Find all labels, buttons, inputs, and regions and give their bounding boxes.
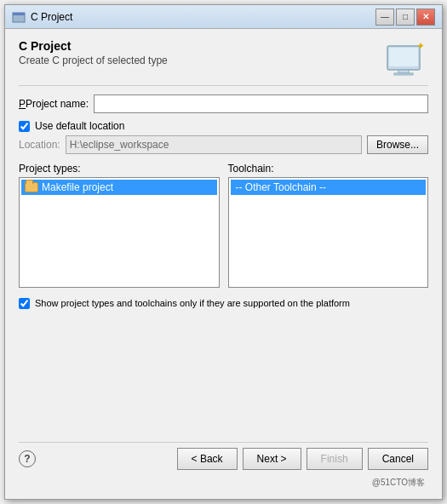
action-buttons: < Back Next > Finish Cancel [177, 448, 428, 470]
back-button[interactable]: < Back [177, 448, 238, 470]
svg-rect-5 [394, 73, 413, 75]
help-button[interactable]: ? [19, 450, 36, 467]
platform-checkbox-row: Show project types and toolchains only i… [19, 298, 428, 309]
window-controls: — □ ✕ [375, 9, 435, 26]
project-name-label: PProject name: [19, 98, 89, 110]
project-types-list[interactable]: Makefile project [19, 177, 220, 288]
toolchain-list[interactable]: -- Other Toolchain -- [228, 177, 429, 288]
main-window: C Project — □ ✕ C Project Create C proje… [4, 4, 443, 500]
makefile-project-item: Makefile project [42, 181, 113, 193]
use-default-location-checkbox[interactable] [19, 121, 30, 132]
minimize-button[interactable]: — [375, 9, 394, 26]
folder-icon [25, 182, 38, 192]
use-default-location-label[interactable]: Use default location [35, 120, 124, 132]
divider [19, 85, 428, 86]
browse-button[interactable]: Browse... [367, 135, 428, 154]
lists-section: Project types: Makefile project Toolchai… [19, 163, 428, 288]
header-section: C Project Create C project of selected t… [19, 39, 428, 77]
toolchain-item[interactable]: -- Other Toolchain -- [231, 180, 427, 195]
dialog-content: C Project Create C project of selected t… [5, 29, 442, 499]
location-row: Location: Browse... [19, 135, 428, 154]
toolchain-label: Toolchain: [228, 163, 429, 175]
cancel-button[interactable]: Cancel [368, 448, 428, 470]
spacer [19, 318, 428, 443]
watermark: @51CTO博客 [19, 475, 428, 489]
title-bar: C Project — □ ✕ [5, 5, 442, 29]
svg-rect-3 [389, 48, 418, 66]
close-button[interactable]: ✕ [416, 9, 435, 26]
svg-rect-4 [398, 70, 409, 73]
svg-rect-1 [13, 13, 25, 15]
location-label: Location: [19, 139, 60, 151]
toolchain-panel: Toolchain: -- Other Toolchain -- [228, 163, 429, 288]
project-name-row: PProject name: [19, 94, 428, 113]
window-icon [12, 10, 26, 24]
dialog-subtitle: Create C project of selected type [19, 54, 384, 66]
location-input [66, 135, 362, 154]
platform-supported-checkbox[interactable] [19, 298, 30, 309]
svg-text:✦: ✦ [416, 40, 425, 52]
action-bar: ? < Back Next > Finish Cancel [19, 442, 428, 475]
project-types-label: Project types: [19, 163, 220, 175]
next-button[interactable]: Next > [243, 448, 301, 470]
finish-button[interactable]: Finish [307, 448, 363, 470]
list-item[interactable]: Makefile project [21, 180, 217, 195]
project-name-input[interactable] [94, 94, 428, 113]
project-types-panel: Project types: Makefile project [19, 163, 220, 288]
platform-supported-label[interactable]: Show project types and toolchains only i… [35, 298, 350, 308]
dialog-icon: ✦ [384, 39, 428, 77]
header-text: C Project Create C project of selected t… [19, 39, 384, 66]
maximize-button[interactable]: □ [396, 9, 415, 26]
window-title: C Project [31, 11, 375, 23]
use-default-location-row: Use default location [19, 120, 428, 132]
dialog-title: C Project [19, 39, 384, 53]
